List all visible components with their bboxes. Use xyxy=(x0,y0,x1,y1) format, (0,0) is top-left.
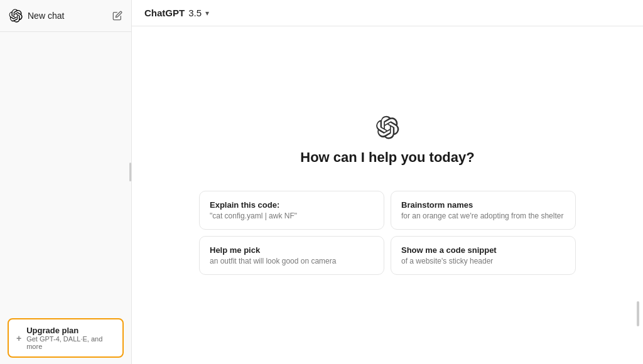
suggestion-card-2[interactable]: Help me pick an outfit that will look go… xyxy=(199,236,384,275)
model-chevron-icon[interactable]: ▾ xyxy=(205,9,209,18)
greeting-heading: How can I help you today? xyxy=(300,149,474,166)
suggestion-title-0: Explain this code: xyxy=(210,200,374,210)
suggestion-title-3: Show me a code snippet xyxy=(401,245,565,255)
topbar: ChatGPT 3.5 ▾ xyxy=(132,0,643,26)
upgrade-subtitle: Get GPT-4, DALL·E, and more xyxy=(26,335,115,350)
suggestion-subtitle-3: of a website's sticky header xyxy=(401,257,565,265)
edit-icon-button[interactable] xyxy=(112,11,122,21)
suggestion-subtitle-1: for an orange cat we're adopting from th… xyxy=(401,211,565,220)
openai-logo-icon xyxy=(9,9,23,23)
suggestion-card-3[interactable]: Show me a code snippet of a website's st… xyxy=(391,236,576,275)
suggestion-subtitle-2: an outfit that will look good on camera xyxy=(210,257,374,265)
suggestion-card-1[interactable]: Brainstorm names for an orange cat we're… xyxy=(391,191,576,230)
sidebar: New chat + Upgrade plan Get GPT-4, DALL·… xyxy=(0,0,132,364)
main-content: ChatGPT 3.5 ▾ How can I help you today? … xyxy=(132,0,643,364)
upgrade-plan-button[interactable]: + Upgrade plan Get GPT-4, DALL·E, and mo… xyxy=(8,318,124,358)
suggestion-title-1: Brainstorm names xyxy=(401,200,565,210)
model-version-label: 3.5 xyxy=(188,8,202,18)
suggestion-card-0[interactable]: Explain this code: "cat config.yaml | aw… xyxy=(199,191,384,230)
center-area: How can I help you today? Explain this c… xyxy=(132,26,643,364)
upgrade-text: Upgrade plan Get GPT-4, DALL·E, and more xyxy=(26,326,115,350)
new-chat-label: New chat xyxy=(28,11,64,21)
resize-handle[interactable] xyxy=(129,163,131,181)
edit-icon xyxy=(112,11,122,21)
model-name-label: ChatGPT xyxy=(144,8,185,18)
sidebar-content xyxy=(0,32,131,312)
suggestion-title-2: Help me pick xyxy=(210,245,374,255)
upgrade-title: Upgrade plan xyxy=(26,326,115,335)
suggestion-subtitle-0: "cat config.yaml | awk NF" xyxy=(210,211,374,220)
sidebar-header: New chat xyxy=(0,0,131,32)
upgrade-icon: + xyxy=(16,333,21,343)
scrollbar[interactable] xyxy=(637,301,639,326)
new-chat-button[interactable]: New chat xyxy=(9,9,64,23)
suggestions-grid: Explain this code: "cat config.yaml | aw… xyxy=(199,191,576,275)
chatgpt-center-icon xyxy=(376,115,399,139)
